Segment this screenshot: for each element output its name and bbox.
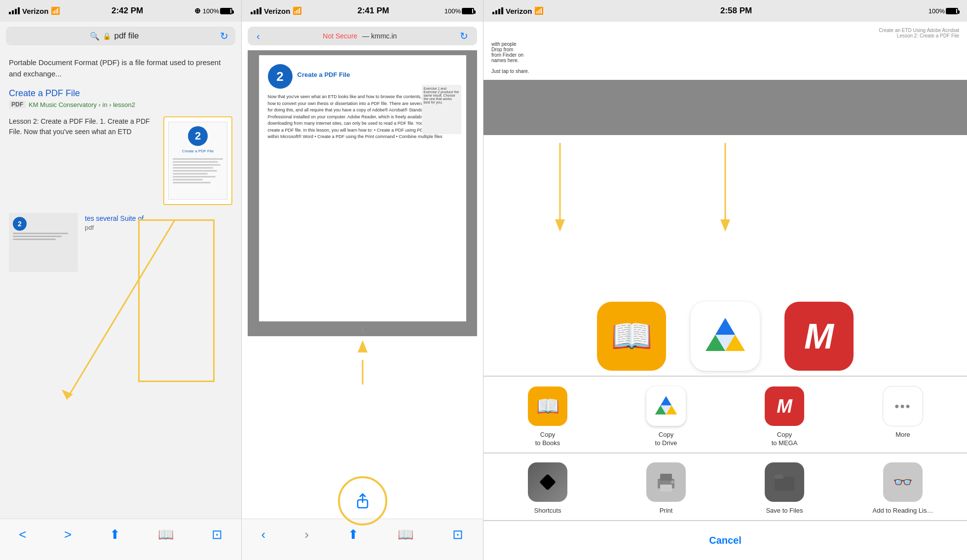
reload-button-2[interactable]: ↻ — [460, 30, 468, 42]
mega-app-large[interactable]: M — [784, 302, 854, 371]
status-bar-2: Verizon 📶 2:41 PM 100% — [242, 0, 483, 22]
sheet-divider-2 — [484, 453, 967, 454]
time-label-3: 2:58 PM — [720, 6, 752, 16]
search-icon: 🔍 — [90, 32, 100, 41]
battery-indicator: 100% — [203, 7, 232, 15]
more-link2[interactable]: pdf — [85, 224, 232, 231]
search-bar[interactable]: 🔍 🔒 pdf file ↻ — [6, 27, 235, 45]
nav-back-2[interactable]: ‹ — [261, 527, 266, 542]
result-path: KM Music Conservatory › in › lesson2 — [29, 101, 135, 108]
nav-tabs[interactable]: ⊡ — [212, 527, 223, 542]
pdf-page-title: Create a PDF File — [298, 71, 350, 78]
thumb-number: 2 — [188, 126, 208, 146]
search-query: pdf file — [114, 31, 139, 41]
svg-rect-14 — [539, 474, 556, 490]
lesson-row: Lesson 2: Create a PDF File. 1. Create a… — [9, 116, 232, 205]
signal-icon — [9, 7, 20, 14]
mega-icon-small: M — [765, 386, 804, 426]
shortcuts-action[interactable]: Shortcuts — [516, 462, 580, 515]
copy-to-books-action[interactable]: 📖 Copyto Books — [516, 386, 580, 448]
not-secure-label-2: Not Secure — [323, 32, 357, 40]
location-icon: ⊕ — [194, 6, 201, 15]
phone2: Verizon 📶 2:41 PM 100% ‹ Not Secure — km… — [242, 0, 484, 560]
print-label: Print — [660, 507, 673, 515]
below-row: 2 tes several Suite of ... pdf — [9, 213, 232, 272]
pdf-number-badge: 2 — [268, 64, 293, 89]
result-title-link[interactable]: Create a PDF File — [9, 88, 232, 99]
time-label: 2:42 PM — [112, 6, 143, 16]
cancel-button[interactable]: Cancel — [488, 526, 962, 555]
nav-forward[interactable]: > — [64, 527, 72, 542]
status-bar-3: Verizon 📶 2:58 PM 100% — [484, 0, 967, 22]
svg-point-18 — [671, 481, 674, 484]
books-small-glyph: 📖 — [536, 395, 559, 417]
lesson-thumbnail: 2 Create a PDF File — [163, 116, 232, 205]
nav-bookmarks-2[interactable]: 📖 — [398, 527, 413, 542]
nav-back[interactable]: < — [19, 527, 26, 542]
save-to-files-action[interactable]: Save to Files — [752, 462, 817, 515]
mega-small-glyph: M — [777, 396, 792, 417]
files-svg — [772, 471, 797, 493]
svg-marker-13 — [661, 396, 671, 406]
pdf-sidebar: Exercise 1 and Exercise 2 produce the sa… — [422, 85, 461, 134]
battery-pct: 100% — [203, 7, 219, 15]
share-button-2[interactable] — [348, 486, 377, 516]
nav-forward-2[interactable]: › — [304, 527, 309, 542]
pdf-page-number: 1 — [248, 326, 477, 334]
svg-marker-5 — [358, 340, 368, 352]
books-icon-large: 📖 — [597, 302, 666, 371]
bottom-nav-1: < > ⬆ 📖 ⊡ — [0, 519, 241, 560]
pdf-page-1: 2 Create a PDF File Now that you've seen… — [259, 55, 466, 321]
print-icon — [646, 462, 686, 502]
nav-tabs-2[interactable]: ⊡ — [452, 527, 463, 542]
share-icon-2 — [354, 492, 372, 510]
carrier-label: Verizon — [22, 7, 48, 15]
search-result-1[interactable]: Create a PDF File PDF KM Music Conservat… — [9, 88, 232, 108]
more-label: More — [895, 431, 910, 439]
drive-app-large[interactable] — [691, 302, 760, 371]
result-badge: PDF — [9, 101, 26, 108]
add-to-reading-list-action[interactable]: 👓 Add to Reading Lis… — [871, 462, 935, 515]
svg-rect-20 — [775, 475, 783, 479]
signal-icon-3 — [492, 7, 503, 14]
books-app-large[interactable]: 📖 — [597, 302, 666, 371]
mega-glyph: M — [804, 316, 834, 356]
svg-rect-16 — [660, 474, 672, 481]
svg-marker-22 — [555, 219, 565, 232]
copy-to-drive-action[interactable]: Copyto Drive — [634, 386, 698, 448]
copy-to-books-label: Copyto Books — [535, 431, 560, 448]
share-apps-large-row: 📖 M — [484, 292, 967, 376]
carrier-label-3: Verizon — [506, 7, 532, 15]
copy-to-mega-action[interactable]: M Copyto MEGA — [752, 386, 817, 448]
back-button-2[interactable]: ‹ — [257, 31, 260, 42]
books-icon-small: 📖 — [528, 386, 567, 426]
time-label-2: 2:41 PM — [357, 6, 389, 16]
nav-share[interactable]: ⬆ — [110, 527, 120, 542]
url-bar-2[interactable]: ‹ Not Secure — kmmc.in ↻ — [248, 27, 477, 45]
nav-share-2[interactable]: ⬆ — [348, 527, 359, 542]
share-actions-row1: 📖 Copyto Books Copyto Drive — [484, 377, 967, 453]
drive-icon-small — [646, 386, 686, 426]
print-action[interactable]: Print — [634, 462, 698, 515]
glasses-glyph: 👓 — [893, 473, 913, 491]
bottom-nav-2: ‹ › ⬆ 📖 ⊡ — [242, 519, 483, 560]
svg-rect-19 — [775, 477, 794, 490]
wifi-icon-2: 📶 — [293, 6, 302, 15]
more-dots-glyph: ••• — [894, 399, 911, 414]
more-link1[interactable]: tes several Suite of ... — [85, 213, 232, 224]
pdf-viewer-2: 2 Create a PDF File Now that you've seen… — [248, 50, 477, 336]
thumb-title: Create a PDF File — [182, 149, 214, 153]
status-bar-1: Verizon 📶 2:42 PM ⊕ 100% — [0, 0, 241, 22]
print-svg — [654, 471, 678, 493]
svg-marker-9 — [715, 318, 735, 335]
more-action[interactable]: ••• More — [871, 386, 935, 439]
url-text-2: — kmmc.in — [362, 32, 397, 40]
phone3: Verizon 📶 2:58 PM 100% Not Secure — kmmc… — [484, 0, 967, 560]
reload-button[interactable]: ↻ — [220, 30, 228, 42]
thumbnail2: 2 — [9, 213, 78, 272]
battery-3: 100% — [929, 7, 958, 15]
svg-marker-24 — [720, 219, 730, 232]
nav-bookmarks[interactable]: 📖 — [158, 527, 174, 542]
shortcuts-icon — [528, 462, 567, 502]
signal-icon-2 — [251, 7, 261, 14]
